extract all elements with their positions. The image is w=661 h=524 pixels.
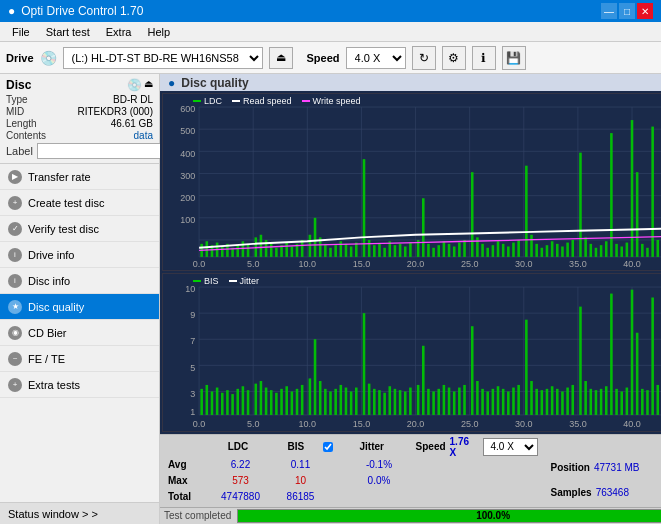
svg-rect-109 [535, 244, 538, 257]
maximize-button[interactable]: □ [619, 3, 635, 19]
read-color-dot [232, 100, 240, 102]
menu-file[interactable]: File [4, 24, 38, 40]
minimize-button[interactable]: — [601, 3, 617, 19]
svg-rect-208 [296, 389, 299, 415]
svg-rect-236 [448, 388, 451, 415]
disc-quality-icon: ★ [8, 300, 22, 314]
speed-stat-label: Speed [416, 441, 446, 452]
ldc-legend-read-label: Read speed [243, 96, 292, 106]
svg-rect-270 [631, 290, 634, 415]
status-window-button[interactable]: Status window > > [0, 502, 159, 524]
svg-rect-100 [486, 248, 489, 257]
speed-stat-select[interactable]: 4.0 X [483, 438, 538, 456]
svg-rect-252 [535, 389, 538, 415]
progress-area: Test completed 100.0% 62:43 [160, 507, 661, 524]
svg-rect-226 [394, 389, 397, 415]
svg-rect-91 [437, 245, 440, 257]
eject-button[interactable]: ⏏ [269, 47, 293, 69]
menu-extra[interactable]: Extra [98, 24, 140, 40]
sidebar-item-verify-test-disc[interactable]: ✓ Verify test disc [0, 216, 159, 242]
svg-rect-235 [443, 385, 446, 415]
svg-rect-96 [463, 240, 466, 257]
jitter-checkbox[interactable] [323, 442, 333, 452]
sidebar-item-create-test-disc[interactable]: + Create test disc [0, 190, 159, 216]
sidebar-item-transfer-rate[interactable]: ▶ Transfer rate [0, 164, 159, 190]
svg-rect-257 [561, 392, 564, 415]
svg-rect-199 [247, 390, 250, 415]
svg-rect-63 [285, 243, 288, 257]
svg-rect-223 [378, 390, 381, 415]
svg-rect-267 [615, 389, 618, 415]
svg-rect-254 [546, 389, 549, 415]
menu-help[interactable]: Help [139, 24, 178, 40]
sidebar-item-disc-quality[interactable]: ★ Disc quality [0, 294, 159, 320]
cd-bier-icon: ◉ [8, 326, 22, 340]
svg-rect-211 [314, 339, 317, 415]
svg-rect-115 [566, 243, 569, 257]
speed-select[interactable]: 4.0 X 1.0 X 2.0 X 6.0 X 8.0 X [346, 47, 406, 69]
svg-rect-81 [383, 248, 386, 257]
disc-icon: 💿 [127, 78, 142, 92]
close-button[interactable]: ✕ [637, 3, 653, 19]
svg-rect-79 [373, 245, 376, 257]
sidebar-item-fe-te[interactable]: ~ FE / TE [0, 346, 159, 372]
svg-rect-83 [394, 245, 397, 257]
svg-rect-195 [226, 390, 229, 415]
svg-text:0.0: 0.0 [193, 419, 206, 429]
title-bar-buttons: — □ ✕ [601, 3, 653, 19]
svg-text:5: 5 [190, 363, 195, 373]
label-input[interactable] [37, 143, 170, 159]
ldc-legend-read: Read speed [232, 96, 292, 106]
svg-rect-129 [641, 244, 644, 257]
extra-tests-label: Extra tests [28, 379, 80, 391]
svg-rect-72 [334, 245, 337, 257]
ldc-legend-write-label: Write speed [313, 96, 361, 106]
refresh-button[interactable]: ↻ [412, 46, 436, 70]
transfer-rate-label: Transfer rate [28, 171, 91, 183]
svg-rect-268 [620, 392, 623, 415]
info-button[interactable]: ℹ [472, 46, 496, 70]
sidebar-item-drive-info[interactable]: i Drive info [0, 242, 159, 268]
svg-rect-121 [600, 245, 603, 257]
save-button[interactable]: 💾 [502, 46, 526, 70]
jitter-color-dot [229, 280, 237, 282]
svg-text:20.0: 20.0 [407, 259, 425, 269]
svg-rect-274 [651, 298, 654, 415]
svg-rect-92 [443, 241, 446, 257]
svg-rect-74 [345, 244, 348, 257]
svg-rect-262 [589, 389, 592, 415]
svg-text:40.0: 40.0 [623, 259, 641, 269]
svg-text:25.0: 25.0 [461, 259, 479, 269]
svg-rect-204 [275, 393, 278, 415]
svg-rect-78 [368, 240, 371, 257]
settings-button[interactable]: ⚙ [442, 46, 466, 70]
disc-quality-label: Disc quality [28, 301, 84, 313]
max-bis: 10 [273, 475, 328, 486]
svg-rect-239 [463, 385, 466, 415]
svg-rect-198 [242, 386, 245, 415]
svg-rect-224 [383, 393, 386, 415]
svg-rect-88 [422, 198, 425, 257]
disc-info-label: Disc info [28, 275, 70, 287]
bis-legend: BIS Jitter [193, 276, 259, 286]
sidebar-item-cd-bier[interactable]: ◉ CD Bier [0, 320, 159, 346]
drive-select[interactable]: (L:) HL-DT-ST BD-RE WH16NS58 TST4 [63, 47, 263, 69]
svg-text:3: 3 [190, 389, 195, 399]
svg-rect-132 [656, 240, 659, 257]
svg-rect-99 [481, 244, 484, 257]
svg-rect-244 [492, 389, 495, 415]
svg-rect-119 [589, 244, 592, 257]
sidebar-item-extra-tests[interactable]: + Extra tests [0, 372, 159, 398]
svg-text:500: 500 [180, 127, 195, 137]
svg-rect-48 [206, 241, 209, 257]
svg-rect-86 [409, 243, 412, 257]
content-area: ● Disc quality LDC Read speed [160, 74, 661, 524]
sidebar: Disc 💿 ⏏ Type BD-R DL MID RITEKDR3 (000)… [0, 74, 160, 524]
svg-rect-202 [265, 388, 268, 415]
svg-rect-196 [231, 394, 234, 415]
svg-rect-112 [551, 241, 554, 257]
svg-rect-68 [314, 218, 317, 257]
sidebar-item-disc-info[interactable]: i Disc info [0, 268, 159, 294]
menu-start-test[interactable]: Start test [38, 24, 98, 40]
bis-legend-bis-label: BIS [204, 276, 219, 286]
